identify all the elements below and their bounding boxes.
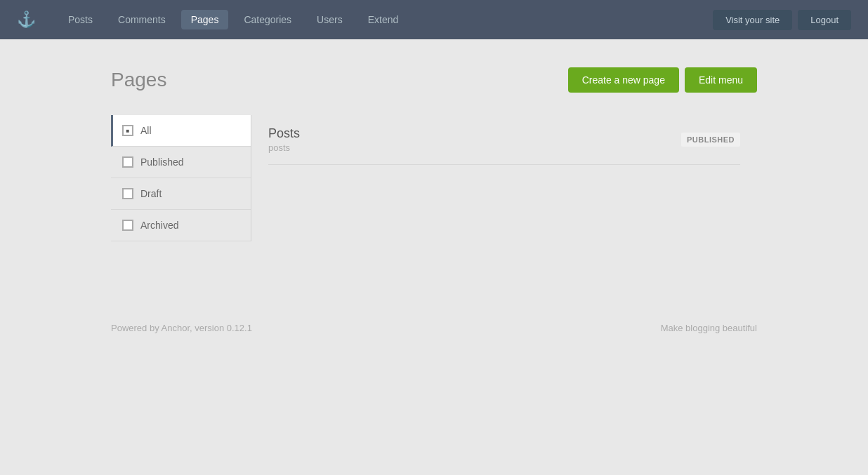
nav-link-users[interactable]: Users [307,10,353,29]
sidebar-checkbox [122,156,133,168]
nav-link-comments[interactable]: Comments [108,10,176,29]
pages-list: PostspostsPUBLISHED [251,115,757,165]
sidebar-item-label: Draft [140,188,162,199]
sidebar-item-label: Published [140,156,184,168]
sidebar-checkbox [122,220,133,231]
footer-tagline: Make blogging beautiful [661,323,757,333]
logo-icon[interactable]: ⚓ [17,11,36,29]
nav-link-categories[interactable]: Categories [234,10,301,29]
page-item: PostspostsPUBLISHED [268,115,740,165]
page-title: Pages [111,69,166,91]
footer-powered-by: Powered by Anchor, version 0.12.1 [111,323,252,333]
sidebar-item-published[interactable]: Published [111,147,251,178]
nav-link-posts[interactable]: Posts [58,10,103,29]
nav-right: Visit your site Logout [713,10,851,30]
sidebar: AllPublishedDraftArchived [111,115,251,241]
page-item-slug: posts [268,142,300,153]
nav-links: PostsCommentsPagesCategoriesUsersExtend [58,10,713,29]
header-buttons: Create a new page Edit menu [568,67,757,93]
page-item-info: Postsposts [268,126,300,153]
nav-link-pages[interactable]: Pages [181,10,229,29]
create-page-button[interactable]: Create a new page [568,67,679,93]
nav-link-extend[interactable]: Extend [358,10,409,29]
logout-button[interactable]: Logout [798,10,851,30]
content-layout: AllPublishedDraftArchived PostspostsPUBL… [111,115,757,241]
sidebar-item-draft[interactable]: Draft [111,178,251,210]
sidebar-checkbox [122,125,133,136]
status-badge: PUBLISHED [681,133,740,147]
main-content: Pages Create a new page Edit menu AllPub… [97,39,771,269]
sidebar-checkbox [122,188,133,199]
visit-site-button[interactable]: Visit your site [713,10,792,30]
edit-menu-button[interactable]: Edit menu [685,67,757,93]
sidebar-item-all[interactable]: All [111,115,251,147]
footer: Powered by Anchor, version 0.12.1 Make b… [97,312,771,344]
sidebar-item-label: Archived [140,220,178,231]
sidebar-item-label: All [140,125,152,136]
sidebar-item-archived[interactable]: Archived [111,210,251,241]
page-header: Pages Create a new page Edit menu [111,67,757,93]
main-nav: ⚓ PostsCommentsPagesCategoriesUsersExten… [0,0,868,39]
page-item-name[interactable]: Posts [268,126,300,141]
